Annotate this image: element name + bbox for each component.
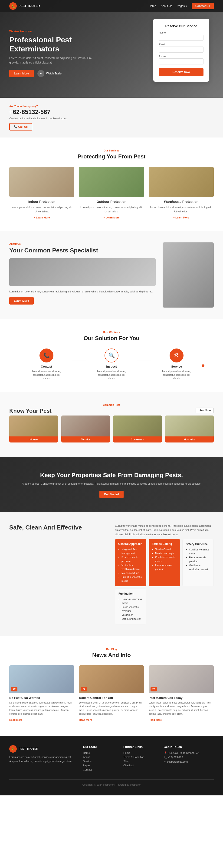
blog-post-2-desc: Lorem ipsum dolor sit amet, consectetur … [79, 701, 144, 716]
pest-grid: Mouse Termite Cockroach Mosquito [9, 415, 214, 442]
footer-store-home[interactable]: Home [83, 751, 90, 754]
list-item: Fusce venenatis premium [155, 563, 177, 571]
about-left: About Us Your Common Pests Specialist Lo… [9, 242, 156, 308]
footer-further-terms[interactable]: Terms & Condition [123, 756, 144, 758]
step-service-label: Service [160, 365, 193, 368]
cta-get-started-button[interactable]: Get Started [100, 491, 124, 498]
footer-grid: 🐛 PEST TROYER Lorem ipsum dolor sit amet… [9, 745, 214, 772]
pest-title: Know Your Pest [9, 408, 51, 414]
footer-brand-desc: Lorem ipsum dolor sit amet, consectetur … [9, 755, 76, 764]
safe-clean-right: Curabitur venenatis metus ac consequat e… [115, 524, 214, 624]
reserve-now-button[interactable]: Reserve Now [159, 68, 203, 76]
phone-label: Phone [159, 55, 203, 58]
safe-clean-right-desc: Curabitur venenatis metus ac consequat e… [115, 524, 214, 537]
service-warehouse-learn-more[interactable]: + Learn More [173, 216, 189, 219]
hero-desc: Lorem ipsum dolor sit amet, consectetur … [9, 56, 98, 65]
pest-termite-label: Termite [61, 436, 110, 442]
footer-further-home[interactable]: Home [123, 751, 130, 754]
service-indoor-learn-more[interactable]: + Learn More [34, 216, 50, 219]
list-item: Curabitur venenatis metus [122, 597, 143, 605]
safe-clean-title: Safe, Clean And Effective [9, 524, 108, 532]
footer-further-checkout[interactable]: Checkout [123, 764, 134, 767]
blog-grid: 22 No Pests, No Worries Lorem ipsum dolo… [9, 665, 214, 724]
blog-post-2-read-more[interactable]: Read More [79, 718, 92, 721]
about-learn-more-button[interactable]: Learn More [9, 297, 34, 305]
blog-title: News And Info [9, 652, 214, 658]
call-button[interactable]: 📞 Call Us [9, 123, 32, 130]
footer-store-pages[interactable]: Pages [83, 764, 90, 767]
name-input[interactable] [159, 35, 203, 41]
tab-safety-list: Curabitur venenatis metus Fusce venenati… [186, 548, 210, 571]
learn-more-button[interactable]: Learn More [9, 70, 34, 77]
service-indoor-title: Indoor Protection [9, 200, 74, 204]
nav-home[interactable]: Home [149, 4, 156, 8]
footer-store-about[interactable]: About [83, 756, 90, 758]
pest-cockroach-image [113, 415, 162, 436]
service-warehouse: Warehouse Protection Lorem ipsum dolor s… [149, 167, 214, 219]
service-outdoor-title: Outdoor Protection [79, 200, 144, 204]
about-section: About Us Your Common Pests Specialist Lo… [0, 231, 223, 319]
about-right-image [162, 242, 214, 308]
emergency-info: Are You In Emergency? +62-85132-567 Cont… [9, 105, 68, 130]
footer-further-title: Further Links [123, 745, 157, 749]
footer-logo-text: PEST TROYER [18, 747, 38, 750]
tab-safety-title: Safety Guideline [186, 542, 210, 546]
blog-post-3: 22 Pest Matters Call Today Lorem ipsum d… [149, 665, 214, 724]
tabs-grid: General Approach Integrated Pest Managem… [115, 539, 214, 624]
inspect-icon: 🔍 [105, 348, 118, 363]
view-more-button[interactable]: View More [196, 408, 214, 413]
list-item: Curabitur venenatis metus [155, 555, 177, 563]
logo-text: PEST TROYER [18, 4, 40, 8]
footer-further-shop[interactable]: Shop [123, 760, 129, 763]
blog-post-3-title: Pest Matters Call Today [149, 696, 214, 700]
phone-input[interactable] [159, 58, 203, 64]
hero-content: We Are Pestroyer Professional Pest Exter… [9, 30, 98, 77]
blog-section: Our Blog News And Info 22 No Pests, No W… [0, 636, 223, 736]
nav-contact-button[interactable]: Contact Us [192, 3, 214, 9]
footer-phone: 📞 (22) 875-422 [164, 756, 214, 759]
watch-trailer-button[interactable]: ▶ Watch Trailer [37, 70, 63, 77]
pest-mouse: Mouse [9, 415, 58, 442]
step-contact-label: Contact [30, 365, 63, 368]
footer-store-service[interactable]: Service [83, 760, 91, 763]
blog-post-1-content: No Pests, No Worries Lorem ipsum dolor s… [9, 693, 74, 724]
email-input[interactable] [159, 46, 203, 53]
pest-termite-image [61, 415, 110, 436]
services-section: Our Services Protecting You From Pest In… [0, 137, 223, 231]
blog-post-3-desc: Lorem ipsum dolor sit amet, consectetur … [149, 701, 214, 716]
location-icon: 📍 [164, 751, 167, 754]
services-title: Protecting You From Pest [9, 153, 214, 160]
blog-post-2: 22 Rodent Control For You Lorem ipsum do… [79, 665, 144, 724]
blog-post-3-image: 22 [149, 665, 214, 693]
email-label: Email [159, 43, 203, 46]
about-desc: Lorem ipsum dolor sit amet, consectetur … [9, 289, 156, 294]
footer-store-contact[interactable]: Contact [83, 768, 92, 771]
list-item: Termite Control [155, 548, 177, 551]
service-outdoor-learn-more[interactable]: + Learn More [104, 216, 120, 219]
step-contact-desc: Lorem ipsum dolor sit amet, consectetur … [30, 370, 63, 380]
nav-pages[interactable]: Pages ▾ [177, 4, 187, 8]
blog-post-3-read-more[interactable]: Read More [149, 718, 162, 721]
pest-mosquito-image [165, 415, 214, 436]
tab-fumigation: Fumigation Curabitur venenatis metus Fus… [115, 589, 146, 624]
tab-general-title: General Approach [118, 542, 143, 546]
about-title: Your Common Pests Specialist [9, 247, 156, 254]
service-icon: 🛠 [170, 348, 184, 363]
dot-indicator [201, 364, 205, 367]
list-item: Fusce venenatis premium [189, 556, 210, 563]
blog-post-1-read-more[interactable]: Read More [9, 718, 22, 721]
step-service: 🛠 Service Lorem ipsum dolor sit amet, co… [160, 348, 193, 380]
nav-about[interactable]: About Us [161, 4, 172, 8]
footer-store-links: Home About Service Pages Contact [83, 751, 116, 771]
pest-badge: Common Pest [9, 403, 214, 406]
tab-general: General Approach Integrated Pest Managem… [115, 539, 146, 586]
footer-address: 📍 456 Oak Ridge Omaha, CA [164, 751, 214, 754]
tab-termite-title: Termite Baiting [152, 542, 177, 546]
footer-store-title: Our Store [83, 745, 116, 749]
tab-general-list: Integrated Pest Management Fusce venenat… [118, 548, 143, 583]
footer-contact-title: Get In Touch [164, 745, 214, 749]
tab-termite-list: Termite Control Mauris nunc turpis Curab… [152, 548, 177, 571]
about-badge: About Us [9, 242, 156, 245]
footer-store-col: Our Store Home About Service Pages Conta… [83, 745, 116, 772]
footer-copyright: Copyright © 2024 pestroyer | Powered by … [9, 779, 214, 786]
